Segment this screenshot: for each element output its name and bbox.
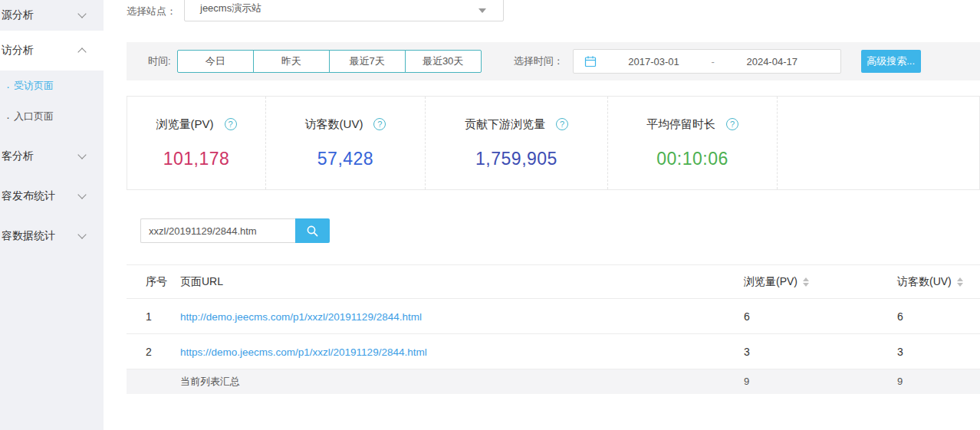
date-start-value[interactable]: 2017-03-01: [597, 56, 712, 67]
sidebar-subitem-label: 入口页面: [14, 110, 54, 123]
cell-url: http://demo.jeecms.com/p1/xxzl/20191129/…: [180, 299, 744, 334]
range-last30days-button[interactable]: 最近30天: [405, 50, 482, 73]
cell-url: https://demo.jeecms.com/p1/xxzl/20191129…: [180, 334, 744, 369]
stat-label: 贡献下游浏览量: [465, 117, 545, 132]
table-row: 1 http://demo.jeecms.com/p1/xxzl/2019112…: [127, 299, 980, 334]
stat-label: 访客数(UV): [305, 117, 363, 132]
range-today-button[interactable]: 今日: [177, 50, 254, 73]
site-selector-label: 选择站点：: [127, 5, 176, 18]
sidebar-item-source-analysis[interactable]: 源分析: [0, 0, 104, 31]
stat-value: 57,428: [317, 149, 373, 169]
help-icon[interactable]: ?: [373, 118, 386, 130]
sort-asc-icon: [803, 277, 809, 281]
sidebar: 源分析 访分析 · 受访页面 · 入口页面 客分析 容发布统计 容数据统计: [0, 0, 104, 430]
chevron-up-icon: [77, 48, 86, 56]
stat-card-pv: 浏览量(PV) ? 101,178: [127, 97, 266, 189]
site-selector-row: 选择站点： jeecms演示站: [127, 0, 980, 23]
chevron-down-icon: [77, 190, 86, 199]
summary-label: 当前列表汇总: [180, 369, 744, 394]
sidebar-item-entry-pages[interactable]: · 入口页面: [0, 101, 104, 132]
pages-table: 序号 页面URL 浏览量(PV) 访客数(UV): [127, 264, 980, 394]
stat-value: 1,759,905: [475, 149, 557, 169]
stat-card-uv: 访客数(UV) ? 57,428: [266, 97, 426, 189]
time-label: 时间:: [148, 54, 171, 68]
sidebar-item-visitor-analysis[interactable]: 客分析: [0, 136, 104, 176]
chevron-down-icon: [77, 9, 86, 18]
date-end-value[interactable]: 2024-04-17: [715, 56, 830, 67]
header-index: 序号: [127, 265, 180, 299]
url-search-input[interactable]: [140, 218, 295, 243]
bullet-icon: ·: [6, 110, 10, 123]
table-row: 2 https://demo.jeecms.com/p1/xxzl/201911…: [127, 334, 980, 369]
stat-label: 浏览量(PV): [156, 117, 214, 132]
cell-index: 1: [127, 299, 180, 334]
sidebar-item-visited-pages[interactable]: · 受访页面: [0, 71, 104, 101]
page-url-link[interactable]: http://demo.jeecms.com/p1/xxzl/20191129/…: [180, 311, 422, 323]
sort-pv-control[interactable]: [803, 277, 809, 287]
calendar-icon: [584, 55, 597, 67]
sort-uv-control[interactable]: [957, 277, 963, 287]
header-pv: 浏览量(PV): [744, 275, 797, 289]
summary-uv: 9: [897, 369, 980, 394]
sidebar-item-content-publish-stats[interactable]: 容发布统计: [0, 176, 104, 216]
help-icon[interactable]: ?: [726, 118, 738, 130]
sidebar-item-label: 客分析: [2, 149, 34, 163]
site-select-value: jeecms演示站: [200, 2, 261, 15]
sidebar-item-visit-analysis[interactable]: 访分析: [0, 31, 104, 71]
table-header-row: 序号 页面URL 浏览量(PV) 访客数(UV): [127, 265, 980, 299]
sidebar-subitem-label: 受访页面: [14, 79, 54, 93]
sidebar-item-label: 容数据统计: [2, 229, 55, 243]
bullet-icon: ·: [6, 80, 10, 93]
stats-panel: 浏览量(PV) ? 101,178 访客数(UV) ? 57,428 贡献下游浏…: [127, 96, 980, 190]
date-range-picker[interactable]: 2017-03-01 - 2024-04-17: [573, 49, 841, 74]
stat-label: 平均停留时长: [646, 117, 715, 132]
summary-pv: 9: [744, 369, 897, 394]
sidebar-item-label: 源分析: [2, 8, 34, 22]
table-summary-row: 当前列表汇总 9 9: [127, 369, 980, 394]
header-uv: 访客数(UV): [897, 275, 952, 289]
chevron-down-icon: [77, 230, 86, 238]
main-content: 选择站点： jeecms演示站 时间: 今日 昨天 最近7天 最近30天 选择时…: [104, 0, 980, 430]
select-time-label: 选择时间：: [514, 54, 564, 68]
url-search-row: [140, 218, 980, 243]
sort-desc-icon: [803, 283, 809, 287]
sidebar-item-content-data-stats[interactable]: 容数据统计: [0, 216, 104, 256]
help-icon[interactable]: ?: [225, 118, 237, 130]
app-root: 源分析 访分析 · 受访页面 · 入口页面 客分析 容发布统计 容数据统计: [0, 0, 980, 430]
range-yesterday-button[interactable]: 昨天: [253, 50, 330, 73]
time-filter-bar: 时间: 今日 昨天 最近7天 最近30天 选择时间： 2017-03-01 - …: [127, 42, 980, 80]
header-url: 页面URL: [180, 265, 744, 299]
caret-down-icon: [478, 8, 486, 13]
stat-value: 00:10:06: [656, 149, 728, 169]
stat-card-avg-duration: 平均停留时长 ? 00:10:06: [608, 97, 778, 189]
sidebar-item-label: 访分析: [2, 44, 34, 57]
stat-value: 101,178: [163, 149, 230, 169]
page-url-link[interactable]: https://demo.jeecms.com/p1/xxzl/20191129…: [180, 346, 427, 358]
range-last7days-button[interactable]: 最近7天: [329, 50, 406, 73]
cell-pv: 6: [744, 299, 897, 334]
quick-range-group: 今日 昨天 最近7天 最近30天: [177, 50, 482, 73]
stat-card-downstream-pv: 贡献下游浏览量 ? 1,759,905: [426, 97, 608, 189]
cell-pv: 3: [744, 334, 897, 369]
cell-index: 2: [127, 334, 180, 369]
cell-index: [127, 369, 180, 394]
cell-uv: 6: [897, 299, 980, 334]
advanced-search-button[interactable]: 高级搜索...: [861, 50, 921, 73]
search-icon: [306, 225, 319, 238]
sort-asc-icon: [957, 277, 963, 281]
chevron-down-icon: [77, 150, 86, 159]
sidebar-item-label: 容发布统计: [2, 189, 55, 203]
help-icon[interactable]: ?: [556, 118, 568, 130]
site-select-dropdown[interactable]: jeecms演示站: [184, 0, 504, 21]
cell-uv: 3: [897, 334, 980, 369]
search-button[interactable]: [295, 218, 330, 243]
sort-desc-icon: [957, 283, 963, 287]
